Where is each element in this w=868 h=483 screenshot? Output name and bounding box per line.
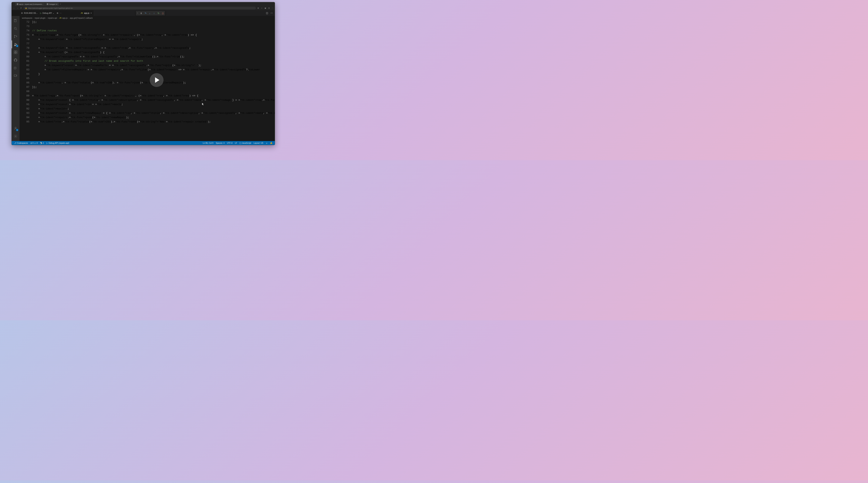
step-into-button[interactable]: ↓: [148, 12, 151, 14]
editor-more-icon[interactable]: ⋯: [270, 11, 273, 14]
stop-button[interactable]: ◻: [161, 12, 164, 14]
status-encoding[interactable]: UTF-8: [226, 142, 234, 144]
activity-bar: 1 T 1: [12, 16, 20, 141]
back-button[interactable]: ←: [13, 7, 15, 9]
browser-toolbar: ← → ⟳ 🔒 https://pierceboggan-glorious-yo…: [12, 6, 275, 10]
js-file-icon: JS: [81, 12, 83, 14]
close-tab-icon[interactable]: ×: [91, 12, 92, 14]
settings-activity[interactable]: [12, 132, 20, 140]
svg-rect-0: [14, 19, 16, 22]
status-feedback[interactable]: ☺: [265, 142, 269, 144]
vscode-body: 1 T 1: [12, 16, 275, 141]
status-ports[interactable]: 📡 1: [39, 141, 45, 145]
ports-icon: 📡: [40, 142, 42, 144]
gear-icon[interactable]: ⚙: [57, 12, 58, 14]
codespaces-label: Codespaces: [17, 142, 28, 144]
tab-1-title: app.js - repairs-api [Codespaces...: [19, 3, 43, 5]
hamburger-menu-icon[interactable]: ≡: [21, 11, 23, 14]
remote-activity[interactable]: [12, 72, 20, 80]
ports-count: 1: [43, 142, 44, 144]
code-editor[interactable]: 7273747576777879808182838485868788899091…: [20, 20, 275, 141]
profile-icon[interactable]: ◔: [268, 7, 270, 9]
svg-rect-8: [14, 51, 16, 52]
step-over-button[interactable]: ↷: [144, 12, 147, 14]
step-out-button[interactable]: ↑: [153, 12, 155, 14]
editor-tab-appjs[interactable]: JS app.js ×: [79, 10, 94, 16]
tab-2-title: Swagger UI: [49, 3, 57, 5]
accounts-activity[interactable]: 1: [12, 124, 20, 132]
github-activity[interactable]: [12, 56, 20, 64]
debug-toolbar[interactable]: ⠿ ⏸ ↷ ↓ ↑ ↻ ◻: [136, 11, 165, 15]
breadcrumb[interactable]: workspaces › repair-plugin › repairs-api…: [20, 16, 275, 20]
vscode-top-bar: ≡ RUN AND DE... ▷ Debug API ⌄ ⚙ ⋯ JS app…: [12, 10, 275, 16]
debug-config-selector[interactable]: ▷ Debug API ⌄: [39, 12, 56, 14]
edge-menu-icon[interactable]: ⋯: [12, 3, 15, 5]
explorer-activity[interactable]: [12, 17, 20, 25]
collections-icon[interactable]: ▣: [264, 7, 267, 9]
source-control-activity[interactable]: [12, 33, 20, 40]
tab-filename: app.js: [84, 12, 89, 14]
restart-button[interactable]: ↻: [157, 12, 160, 14]
status-language[interactable]: { } JavaScript: [238, 142, 252, 144]
status-problems[interactable]: ⊘ 0 ⚠ 0: [29, 141, 39, 145]
more-icon[interactable]: ⋯: [271, 7, 274, 9]
warning-count: 0: [36, 142, 38, 144]
svg-rect-10: [14, 53, 16, 54]
bell-icon: 🔔: [270, 142, 273, 144]
crumb-api[interactable]: repairs-api: [48, 17, 57, 19]
error-count: 0: [33, 142, 34, 144]
split-editor-icon[interactable]: ◫: [265, 11, 269, 14]
address-bar[interactable]: 🔒 https://pierceboggan-glorious-yodel-7v…: [24, 7, 256, 9]
feedback-icon: ☺: [266, 142, 268, 144]
extensions-activity[interactable]: [12, 48, 20, 56]
browser-tab-2[interactable]: Swagger UI: [45, 3, 59, 6]
chevron-right-icon: ›: [58, 17, 58, 19]
status-layout[interactable]: Layout: US: [252, 142, 265, 144]
more-actions-icon[interactable]: ⋯: [60, 12, 62, 14]
favorites-icon[interactable]: ☆: [260, 7, 263, 9]
status-eol[interactable]: LF: [234, 142, 238, 144]
svg-point-1: [14, 27, 16, 29]
status-remote[interactable]: ⎇ Codespaces: [13, 141, 29, 145]
drag-handle-icon[interactable]: ⠿: [137, 12, 138, 14]
github-favicon: [17, 3, 18, 5]
status-notifications[interactable]: 🔔: [269, 142, 274, 144]
svg-point-16: [15, 136, 16, 137]
editor-pane: workspaces › repair-plugin › repairs-api…: [20, 16, 275, 141]
teams-activity[interactable]: T: [12, 64, 20, 72]
svg-text:T: T: [14, 67, 16, 69]
start-debug-icon[interactable]: ▷: [40, 12, 42, 14]
code-content[interactable]: });// Define routes="tk-ident">app.="tk-…: [32, 20, 275, 141]
refresh-button[interactable]: ⟳: [20, 7, 22, 9]
status-cursor[interactable]: Ln 86, Col 9: [202, 142, 215, 144]
browser-tab-1[interactable]: app.js - repairs-api [Codespaces...: [15, 3, 45, 6]
debug-activity[interactable]: 1: [12, 40, 20, 48]
extensions-icon[interactable]: ⊞: [257, 7, 259, 9]
debug-icon: ▷: [46, 142, 48, 144]
search-activity[interactable]: [12, 25, 20, 33]
browser-titlebar: ⋯ app.js - repairs-api [Codespaces... Sw…: [12, 2, 275, 6]
chevron-down-icon: ⌄: [53, 12, 54, 14]
forward-button[interactable]: →: [17, 7, 19, 9]
svg-line-2: [16, 29, 17, 30]
braces-icon: { }: [240, 142, 241, 144]
status-debug[interactable]: ▷ Debug API (repairs-api): [45, 141, 70, 145]
crumb-symbol[interactable]: app.get('/repairs') callback: [70, 17, 93, 19]
svg-rect-14: [14, 75, 17, 76]
run-debug-title: RUN AND DE...: [24, 12, 38, 14]
line-number-gutter: 7273747576777879808182838485868788899091…: [20, 20, 32, 141]
editor-tab-bar: JS app.js × ◫ ⋯: [79, 10, 275, 16]
crumb-file[interactable]: app.js: [62, 17, 68, 19]
warning-icon: ⚠: [34, 142, 36, 144]
crumb-plugin[interactable]: repair-plugin: [34, 17, 45, 19]
svg-rect-9: [16, 51, 17, 52]
crumb-workspaces[interactable]: workspaces: [22, 17, 32, 19]
vscode-app: ≡ RUN AND DE... ▷ Debug API ⌄ ⚙ ⋯ JS app…: [12, 10, 275, 145]
pause-button[interactable]: ⏸: [140, 12, 143, 14]
new-tab-button[interactable]: +: [59, 3, 62, 5]
error-icon: ⊘: [30, 142, 32, 144]
debug-config-label: Debug API: [42, 12, 52, 14]
debug-badge: 1: [16, 45, 18, 47]
status-spaces[interactable]: Spaces: 4: [215, 142, 226, 144]
svg-point-15: [15, 127, 17, 128]
